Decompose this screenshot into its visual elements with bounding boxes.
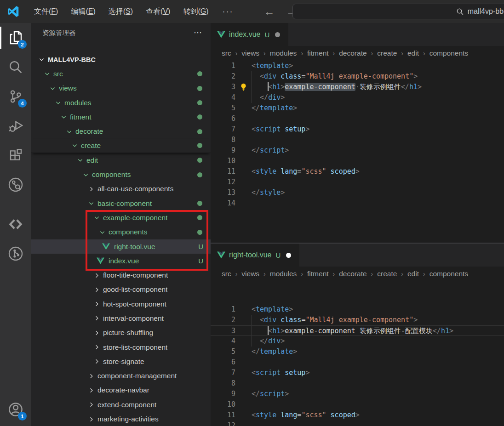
activitybar-source-control-button[interactable]: 4 <box>0 82 31 111</box>
code-line[interactable]: 10 <box>211 156 504 166</box>
breadcrumb-item[interactable]: components <box>430 49 468 57</box>
code-line[interactable]: 11<style lang="scss" scoped> <box>211 166 504 177</box>
tree-item-decorate-navbar[interactable]: decorate-navbar <box>31 383 211 398</box>
tree-item-extend-component[interactable]: extend-component <box>31 398 211 412</box>
code-line[interactable]: 14 <box>211 198 504 209</box>
code-line[interactable]: 9</script> <box>211 389 504 399</box>
activitybar-search-button[interactable] <box>0 52 31 82</box>
tree-item-components[interactable]: components <box>31 167 211 182</box>
breadcrumb-item[interactable]: modules <box>270 49 297 57</box>
tree-item-component-management[interactable]: component-management <box>31 369 211 383</box>
breadcrumb-item[interactable]: decorate <box>339 49 367 57</box>
tree-item-decorate[interactable]: decorate <box>31 124 211 138</box>
tree-item-store-list-component[interactable]: store-list-component <box>31 340 211 354</box>
code-line[interactable]: 5</template> <box>211 103 504 114</box>
breadcrumb-item[interactable]: fitment <box>307 270 329 278</box>
code-line[interactable]: 4 </div> <box>211 336 504 346</box>
code-line[interactable]: 2 <div class="Mall4j example-component"> <box>211 71 504 82</box>
activitybar-code-brackets-button[interactable] <box>0 210 31 239</box>
account-button[interactable]: 1 <box>0 395 31 424</box>
code-brackets-icon <box>8 217 23 232</box>
breadcrumb-item[interactable]: modules <box>270 270 297 278</box>
tree-item-hot-spot-component[interactable]: hot-spot-component <box>31 297 211 311</box>
menu-s[interactable]: 选择(S) <box>109 7 133 17</box>
code-line[interactable]: 3 <h1>example-component·装修示例组件</h1> <box>211 82 504 92</box>
tree-item-example-component[interactable]: example-component <box>31 210 211 225</box>
code-line[interactable]: 13</style> <box>211 187 504 198</box>
tree-item-components[interactable]: components <box>31 225 211 239</box>
menu-g[interactable]: 转到(G) <box>183 7 208 17</box>
breadcrumb-item[interactable]: components <box>430 270 468 278</box>
tree-item-picture-shuffling[interactable]: picture-shuffling <box>31 326 211 340</box>
tree-item-good-list-component[interactable]: good-list-component <box>31 283 211 297</box>
breadcrumb-item[interactable]: src <box>222 49 231 57</box>
command-center-search[interactable]: mall4vp-bbc <box>292 4 504 19</box>
tree-item-floor-title-component[interactable]: floor-title-component <box>31 268 211 282</box>
breadcrumb-item[interactable]: views <box>241 49 259 57</box>
code-line[interactable]: 12 <box>211 177 504 187</box>
code-line[interactable]: 4 </div> <box>211 92 504 103</box>
code-line[interactable]: 12 <box>211 420 504 426</box>
explorer-more-actions-button[interactable]: ⋯ <box>194 28 202 38</box>
code-line[interactable]: 7<script setup> <box>211 124 504 135</box>
tree-item-all-can-use-components[interactable]: all-can-use-components <box>31 182 211 196</box>
code-line[interactable]: 2 <div class="Mall4j example-component"> <box>211 315 504 325</box>
breadcrumb-item[interactable]: create <box>377 49 397 57</box>
tree-item-create[interactable]: create <box>31 139 211 153</box>
code-line[interactable]: 8 <box>211 135 504 145</box>
code-editor[interactable]: 1<template>2 <div class="Mall4j example-… <box>211 61 504 209</box>
tab-right-tool.vue[interactable]: right-tool.vueU <box>211 244 299 267</box>
tree-item-basic-component[interactable]: basic-component <box>31 196 211 210</box>
breadcrumb-item[interactable]: fitment <box>307 49 329 57</box>
code-line[interactable]: 8 <box>211 378 504 389</box>
code-line[interactable]: 5</template> <box>211 346 504 357</box>
activitybar-source-control-graph-button[interactable] <box>0 170 31 199</box>
tree-item-interval-component[interactable]: interval-component <box>31 311 211 325</box>
line-number: 9 <box>211 145 235 156</box>
activitybar-run-and-debug-button[interactable] <box>0 111 31 141</box>
activitybar-explorer-button[interactable]: 2 <box>0 23 31 52</box>
tree-item-edit[interactable]: edit <box>31 153 211 167</box>
nav-back-button[interactable]: ← <box>264 6 275 17</box>
lightbulb-icon[interactable] <box>239 83 248 91</box>
code-line[interactable]: 6 <box>211 357 504 368</box>
tree-item-store-signate[interactable]: store-signate <box>31 354 211 369</box>
menu-more-button[interactable]: ··· <box>223 7 234 17</box>
chevron-right-icon <box>86 386 96 395</box>
code-line[interactable]: 11<style lang="scss" scoped> <box>211 410 504 420</box>
code-line[interactable]: 3 <h1>example-component 装修示例组件-配置模块</h1> <box>211 325 504 336</box>
breadcrumb-item[interactable]: src <box>222 270 231 278</box>
line-number: 11 <box>211 410 235 420</box>
breadcrumb-item[interactable]: views <box>241 270 259 278</box>
tree-item-right-tool.vue[interactable]: right-tool.vueU <box>31 239 211 254</box>
code-line[interactable]: 1<template> <box>211 304 504 315</box>
breadcrumb-item[interactable]: edit <box>407 270 419 278</box>
menu-f[interactable]: 文件(F) <box>34 7 58 17</box>
code-line[interactable]: 7<script setup> <box>211 368 504 378</box>
tree-item-marketing-activities[interactable]: marketing-activities <box>31 412 211 426</box>
tree-item-index.vue[interactable]: index.vueU <box>31 254 211 268</box>
tab-dirty-dot-icon[interactable] <box>286 253 291 258</box>
breadcrumb-item[interactable]: edit <box>407 49 419 57</box>
tab-dirty-dot-icon[interactable] <box>275 32 280 37</box>
tree-item-views[interactable]: views <box>31 81 211 96</box>
code-line[interactable]: 6 <box>211 114 504 124</box>
editor-area: index.vueUsrc›views›modules›fitment›deco… <box>211 23 504 426</box>
tree-item-MALL4VP-BBC[interactable]: MALL4VP-BBC <box>31 52 211 67</box>
tree-item-label: all-can-use-components <box>97 185 173 193</box>
code-line[interactable]: 9</script> <box>211 145 504 156</box>
breadcrumb-item[interactable]: decorate <box>339 270 367 278</box>
menu-v[interactable]: 查看(V) <box>146 7 170 17</box>
activitybar-git-graph-button[interactable] <box>0 239 31 268</box>
menu-e[interactable]: 编辑(E) <box>71 7 95 17</box>
activitybar-extensions-button[interactable] <box>0 141 31 170</box>
tree-item-label: src <box>53 70 63 78</box>
code-line[interactable]: 1<template> <box>211 61 504 71</box>
tree-item-src[interactable]: src <box>31 67 211 81</box>
breadcrumb-item[interactable]: create <box>377 270 397 278</box>
code-editor[interactable]: 1<template>2 <div class="Mall4j example-… <box>211 304 504 426</box>
code-line[interactable]: 10 <box>211 399 504 410</box>
tab-index.vue[interactable]: index.vueU <box>211 23 288 46</box>
tree-item-modules[interactable]: modules <box>31 96 211 110</box>
tree-item-fitment[interactable]: fitment <box>31 110 211 124</box>
